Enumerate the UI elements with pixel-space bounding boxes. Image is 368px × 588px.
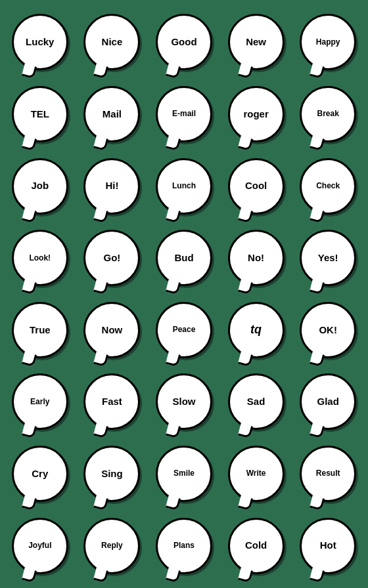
bubble-label: Hi!: [105, 180, 118, 192]
bubble-label: Look!: [29, 254, 51, 262]
bubble-label: Result: [316, 469, 340, 478]
list-item[interactable]: E-mail: [150, 81, 218, 148]
bubble-label: Sad: [247, 396, 265, 408]
list-item[interactable]: Cry: [7, 440, 74, 507]
list-item[interactable]: Sad: [223, 369, 290, 436]
bubble-label: New: [246, 37, 266, 48]
list-item[interactable]: tq: [223, 297, 290, 364]
bubble-label: Write: [246, 469, 266, 478]
bubble-label: No!: [248, 253, 264, 264]
list-item[interactable]: Happy: [294, 9, 361, 76]
list-item[interactable]: TEL: [7, 81, 74, 148]
bubble-label: Sing: [101, 469, 123, 480]
list-item[interactable]: OK!: [294, 297, 361, 364]
bubble-label: Joyful: [28, 541, 51, 550]
bubble-label: Break: [317, 110, 339, 118]
bubble-label: Slow: [172, 396, 195, 408]
bubble-label: Bud: [174, 253, 193, 264]
bubble-label: Smile: [173, 469, 195, 478]
list-item[interactable]: Slow: [150, 369, 218, 436]
list-item[interactable]: Hot: [294, 513, 361, 579]
bubble-label: Nice: [102, 37, 123, 48]
list-item[interactable]: Joyful: [7, 513, 74, 579]
list-item[interactable]: Yes!: [294, 224, 361, 291]
bubble-label: roger: [243, 109, 268, 120]
bubble-label: Fast: [102, 396, 122, 408]
bubble-label: TEL: [31, 109, 49, 120]
bubble-label: Cold: [245, 540, 267, 551]
list-item[interactable]: roger: [223, 81, 290, 148]
list-item[interactable]: Good: [150, 9, 218, 76]
bubble-label: Mail: [103, 109, 122, 120]
list-item[interactable]: Plans: [150, 513, 218, 579]
list-item[interactable]: New: [223, 9, 290, 76]
list-item[interactable]: Now: [79, 297, 146, 364]
bubble-label: Happy: [316, 38, 340, 47]
list-item[interactable]: Go!: [79, 224, 146, 291]
list-item[interactable]: No!: [223, 224, 290, 291]
list-item[interactable]: Cold: [223, 513, 290, 579]
list-item[interactable]: Sing: [79, 440, 146, 507]
bubble-label: Cry: [32, 469, 48, 480]
bubble-label: Job: [31, 180, 49, 192]
list-item[interactable]: Lunch: [150, 153, 218, 220]
list-item[interactable]: Bud: [150, 224, 218, 291]
bubble-label: E-mail: [172, 110, 196, 118]
list-item[interactable]: Result: [294, 440, 361, 507]
bubble-label: Go!: [103, 253, 120, 264]
list-item[interactable]: Glad: [294, 369, 361, 436]
list-item[interactable]: Write: [223, 440, 290, 507]
list-item[interactable]: Peace: [150, 297, 218, 364]
list-item[interactable]: Fast: [79, 369, 146, 436]
bubble-label: Yes!: [318, 253, 338, 264]
bubble-label: True: [30, 325, 51, 336]
list-item[interactable]: True: [7, 297, 74, 364]
list-item[interactable]: Job: [7, 153, 74, 220]
bubble-label: Lunch: [172, 182, 196, 190]
bubble-label: Plans: [173, 541, 195, 550]
list-item[interactable]: Nice: [79, 9, 146, 76]
bubble-grid: LuckyNiceGoodNewHappyTELMailE-mailrogerB…: [7, 9, 361, 579]
list-item[interactable]: Reply: [79, 513, 146, 579]
bubble-label: Reply: [101, 541, 123, 550]
list-item[interactable]: Hi!: [79, 153, 146, 220]
list-item[interactable]: Look!: [7, 224, 74, 291]
bubble-label: Check: [316, 182, 340, 190]
bubble-label: Now: [102, 325, 123, 336]
bubble-label: OK!: [319, 325, 337, 336]
bubble-label: tq: [250, 324, 262, 337]
bubble-label: Cool: [245, 180, 267, 192]
list-item[interactable]: Cool: [223, 153, 290, 220]
bubble-label: Hot: [320, 540, 336, 551]
bubble-label: Early: [30, 398, 49, 406]
list-item[interactable]: Early: [7, 369, 74, 436]
bubble-label: Peace: [173, 326, 196, 334]
list-item[interactable]: Check: [294, 153, 361, 220]
list-item[interactable]: Break: [294, 81, 361, 148]
bubble-label: Lucky: [26, 37, 54, 48]
bubble-label: Glad: [317, 396, 339, 408]
bubble-label: Good: [171, 37, 196, 48]
list-item[interactable]: Smile: [150, 440, 218, 507]
list-item[interactable]: Lucky: [7, 9, 74, 76]
list-item[interactable]: Mail: [79, 81, 146, 148]
